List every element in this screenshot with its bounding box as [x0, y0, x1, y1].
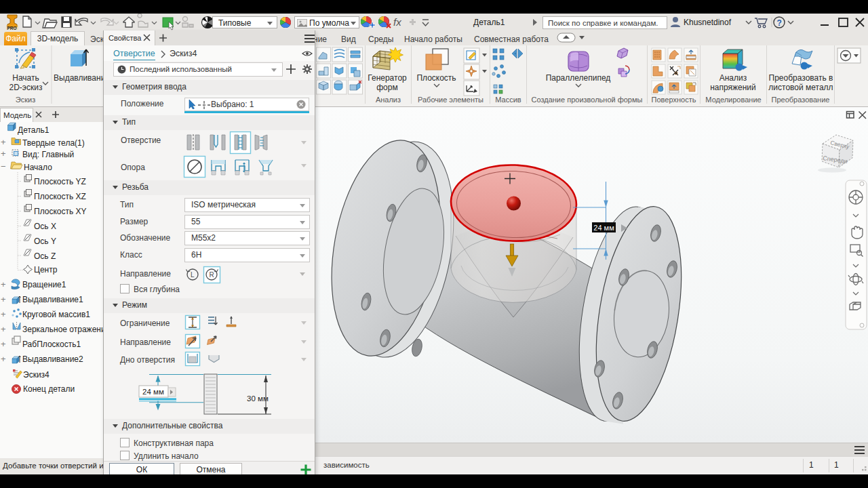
svg-text:?: ? [777, 18, 782, 28]
svg-text:Круговой массив1: Круговой массив1 [22, 310, 90, 319]
svg-text:+: + [1, 148, 6, 159]
svg-text:−: − [1, 161, 6, 171]
svg-text:+: + [1, 294, 6, 304]
svg-text:Плоскость XZ: Плоскость XZ [34, 192, 86, 201]
svg-text:+: + [1, 324, 6, 334]
svg-text:Ось Y: Ось Y [34, 237, 56, 246]
svg-text:Плоскость YZ: Плоскость YZ [34, 177, 86, 186]
svg-text:+: + [1, 279, 6, 289]
svg-text:Деталь1: Деталь1 [18, 125, 50, 135]
svg-text:Выдавливание2: Выдавливание2 [22, 354, 83, 364]
svg-text:Зеркальное отражение: Зеркальное отражение [22, 325, 103, 334]
svg-text:Выдавливание1: Выдавливание1 [22, 295, 83, 304]
svg-text:+: + [1, 339, 6, 349]
svg-text:Вид: Главный: Вид: Главный [22, 150, 74, 159]
svg-text:+: + [1, 354, 6, 364]
svg-text:Плоскость XY: Плоскость XY [34, 207, 87, 216]
svg-text:Центр: Центр [34, 265, 58, 274]
svg-text:L: L [191, 271, 195, 279]
svg-text:24 мм: 24 мм [142, 388, 164, 396]
svg-text:Конец детали: Конец детали [23, 384, 75, 394]
svg-text:РабПлоскость1: РабПлоскость1 [22, 340, 81, 349]
svg-text:+: + [1, 309, 6, 319]
svg-text:fx: fx [393, 16, 401, 28]
svg-text:Твердые тела(1): Твердые тела(1) [22, 138, 85, 148]
svg-text:PRO: PRO [7, 26, 17, 30]
svg-text:+: + [1, 137, 6, 147]
svg-text:24 мм: 24 мм [593, 224, 614, 232]
svg-text:30 мм: 30 мм [247, 394, 269, 403]
svg-text:Ось Z: Ось Z [34, 251, 56, 261]
svg-text:Вращение1: Вращение1 [22, 280, 66, 289]
svg-text:Эскиз4: Эскиз4 [23, 370, 50, 380]
svg-text:R: R [210, 271, 214, 279]
svg-text:Начало: Начало [24, 163, 52, 172]
svg-text:Ось X: Ось X [34, 222, 56, 231]
